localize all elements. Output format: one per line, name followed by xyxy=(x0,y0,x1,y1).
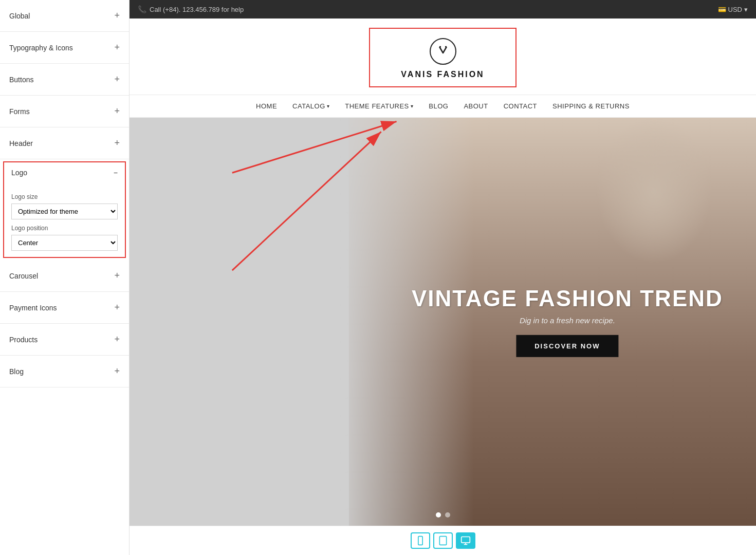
nav-item-blog[interactable]: BLOG xyxy=(429,102,448,110)
sidebar-item-buttons[interactable]: Buttons + xyxy=(0,64,129,96)
phone-icon: 📞 xyxy=(138,5,146,13)
hero-content: VINTAGE FASHION TREND Dig in to a fresh … xyxy=(412,286,723,357)
nav-label-catalog: CATALOG xyxy=(292,102,325,110)
currency-text: USD xyxy=(728,6,742,13)
sidebar-label-buttons: Buttons xyxy=(9,76,33,84)
hero-section: VINTAGE FASHION TREND Dig in to a fresh … xyxy=(130,118,756,526)
nav-label-contact: CONTACT xyxy=(504,102,537,110)
sidebar-item-forms[interactable]: Forms + xyxy=(0,96,129,127)
expand-icon-forms: + xyxy=(114,106,120,117)
sidebar-label-products: Products xyxy=(9,336,38,344)
logo-box: VANIS FASHION xyxy=(369,28,516,87)
sidebar-label-logo: Logo xyxy=(11,169,27,177)
nav-item-shipping[interactable]: SHIPPING & RETURNS xyxy=(552,102,630,110)
logo-position-select[interactable]: Center Left Right xyxy=(11,235,118,251)
sidebar-item-payment-icons[interactable]: Payment Icons + xyxy=(0,292,129,324)
hero-title: VINTAGE FASHION TREND xyxy=(412,286,723,311)
caret-catalog: ▾ xyxy=(327,103,330,109)
bottom-bar xyxy=(130,526,756,555)
sidebar-label-header: Header xyxy=(9,139,33,147)
sidebar-label-payment-icons: Payment Icons xyxy=(9,304,57,312)
expand-icon-typography: + xyxy=(114,42,120,53)
nav-item-home[interactable]: HOME xyxy=(256,102,277,110)
nav-item-contact[interactable]: CONTACT xyxy=(504,102,537,110)
currency-caret: ▾ xyxy=(744,6,748,13)
sidebar-item-global[interactable]: Global + xyxy=(0,0,129,32)
sidebar: Global + Typography & Icons + Buttons + … xyxy=(0,0,130,555)
sidebar-label-carousel: Carousel xyxy=(9,272,38,280)
caret-theme-features: ▾ xyxy=(411,103,414,109)
svg-rect-4 xyxy=(418,536,422,545)
collapse-icon-logo[interactable]: − xyxy=(114,169,118,177)
nav-item-about[interactable]: ABOUT xyxy=(464,102,488,110)
nav-item-theme-features[interactable]: THEME FEATURES ▾ xyxy=(345,102,413,110)
nav-bar: HOME CATALOG ▾ THEME FEATURES ▾ BLOG ABO… xyxy=(130,95,756,118)
nav-label-theme-features: THEME FEATURES xyxy=(345,102,409,110)
hero-subtitle: Dig in to a fresh new recipe. xyxy=(412,316,723,325)
sidebar-item-typography[interactable]: Typography & Icons + xyxy=(0,32,129,64)
svg-rect-8 xyxy=(461,537,470,543)
sidebar-label-blog: Blog xyxy=(9,367,24,376)
nav-label-home: HOME xyxy=(256,102,277,110)
expand-icon-header: + xyxy=(114,138,120,149)
currency-icon: 💳 xyxy=(718,6,726,13)
sidebar-label-forms: Forms xyxy=(9,107,30,116)
top-bar-right: 💳 USD ▾ xyxy=(718,6,748,13)
logo-brand-name: VANIS FASHION xyxy=(401,70,484,79)
sidebar-item-header[interactable]: Header + xyxy=(0,127,129,159)
expand-icon-products: + xyxy=(114,334,120,345)
device-icon-tablet[interactable] xyxy=(433,532,453,549)
sidebar-item-products[interactable]: Products + xyxy=(0,324,129,356)
expand-icon-blog: + xyxy=(114,366,120,377)
expand-icon-payment-icons: + xyxy=(114,302,120,313)
hero-carousel-dots xyxy=(436,512,450,517)
logo-size-label: Logo size xyxy=(11,193,118,200)
nav-label-shipping: SHIPPING & RETURNS xyxy=(552,102,630,110)
carousel-dot-1[interactable] xyxy=(436,512,441,517)
logo-v-symbol xyxy=(436,43,450,60)
top-bar: 📞 Call (+84). 123.456.789 for help 💳 USD… xyxy=(130,0,756,18)
carousel-dot-2[interactable] xyxy=(445,512,450,517)
logo-area: VANIS FASHION xyxy=(130,18,756,95)
device-icon-mobile[interactable] xyxy=(411,532,430,549)
logo-size-select[interactable]: Optimized for theme Custom xyxy=(11,203,118,219)
sidebar-item-carousel[interactable]: Carousel + xyxy=(0,260,129,292)
sidebar-label-typography: Typography & Icons xyxy=(9,44,73,52)
nav-label-blog: BLOG xyxy=(429,102,448,110)
main-preview-area: 📞 Call (+84). 123.456.789 for help 💳 USD… xyxy=(130,0,756,555)
expand-icon-buttons: + xyxy=(114,74,120,85)
logo-circle xyxy=(430,38,456,65)
sidebar-label-global: Global xyxy=(9,12,30,20)
nav-item-catalog[interactable]: CATALOG ▾ xyxy=(292,102,329,110)
device-icon-desktop[interactable] xyxy=(456,532,475,549)
phone-text: Call (+84). 123.456.789 for help xyxy=(150,6,244,13)
sidebar-item-blog[interactable]: Blog + xyxy=(0,356,129,387)
logo-position-label: Logo position xyxy=(11,225,118,232)
expand-icon-carousel: + xyxy=(114,270,120,281)
top-bar-left: 📞 Call (+84). 123.456.789 for help xyxy=(138,5,244,13)
svg-rect-6 xyxy=(439,536,446,545)
nav-label-about: ABOUT xyxy=(464,102,488,110)
sidebar-item-logo-expanded: Logo − Logo size Optimized for theme Cus… xyxy=(3,161,126,258)
hero-cta-button[interactable]: DISCOVER NOW xyxy=(516,335,618,357)
expand-icon-global: + xyxy=(114,10,120,21)
